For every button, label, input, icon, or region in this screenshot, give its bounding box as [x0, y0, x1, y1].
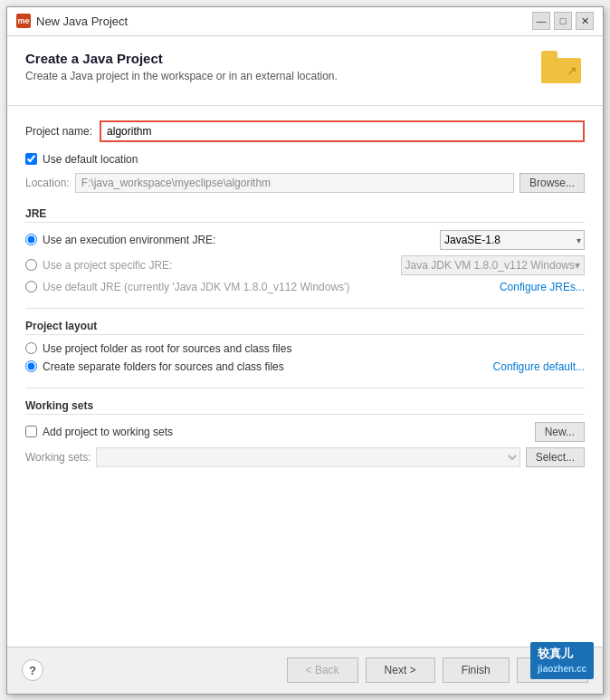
project-name-input[interactable]: [100, 120, 585, 142]
app-icon: me: [16, 14, 31, 28]
next-button[interactable]: Next >: [366, 657, 435, 683]
layout-option2-row: Create separate folders for sources and …: [25, 360, 585, 373]
jre-env-radio[interactable]: [25, 234, 37, 245]
add-to-working-sets-label[interactable]: Add project to working sets: [43, 426, 173, 438]
working-sets-input-row: Working sets: Select...: [25, 447, 585, 467]
jre-option2-row: Use a project specific JRE: Java JDK VM …: [25, 255, 585, 275]
back-button[interactable]: < Back: [287, 657, 358, 683]
add-to-working-sets-row: Add project to working sets New...: [25, 422, 585, 442]
configure-default-link[interactable]: Configure default...: [493, 360, 585, 373]
location-label: Location:: [25, 177, 70, 189]
configure-jres-link[interactable]: Configure JREs...: [500, 281, 585, 293]
project-name-label: Project name:: [25, 125, 92, 138]
jre-env-select[interactable]: JavaSE-1.8: [440, 230, 585, 250]
jre-specific-value: Java JDK VM 1.8.0_v112 Windows ▾: [401, 255, 585, 275]
header-icon: ↗: [541, 51, 585, 94]
jre-section: JRE Use an execution environment JRE: Ja…: [25, 207, 585, 293]
working-sets-title: Working sets: [25, 399, 585, 415]
chevron-down-icon: ▾: [575, 259, 580, 272]
footer-buttons: < Back Next > Finish Cancel: [287, 657, 588, 683]
layout-option1-row: Use project folder as root for sources a…: [25, 342, 585, 355]
browse-button[interactable]: Browse...: [519, 173, 585, 193]
jre-default-radio[interactable]: [25, 281, 37, 292]
project-name-row: Project name:: [25, 120, 585, 142]
add-to-working-sets-checkbox[interactable]: [25, 426, 37, 437]
jre-env-select-wrapper[interactable]: JavaSE-1.8 ▾: [440, 230, 585, 250]
close-button[interactable]: ✕: [576, 12, 594, 30]
title-bar: me New Java Project — □ ✕: [7, 7, 603, 36]
jre-option3-row: Use default JRE (currently 'Java JDK VM …: [25, 281, 585, 293]
select-working-set-button[interactable]: Select...: [526, 447, 585, 467]
dialog-subtitle: Create a Java project in the workspace o…: [25, 70, 338, 82]
dialog-footer: ? < Back Next > Finish Cancel: [7, 647, 603, 694]
new-working-set-button[interactable]: New...: [535, 422, 585, 442]
jre-specific-radio[interactable]: [25, 259, 37, 271]
jre-env-label[interactable]: Use an execution environment JRE:: [43, 234, 440, 246]
window-title: New Java Project: [36, 14, 128, 28]
use-default-location-label[interactable]: Use default location: [43, 153, 138, 166]
content-area: Project name: Use default location Locat…: [7, 106, 603, 647]
working-sets-section: Working sets Add project to working sets…: [25, 399, 585, 467]
layout-separate-label[interactable]: Create separate folders for sources and …: [43, 360, 479, 373]
layout-folder-radio[interactable]: [25, 342, 37, 354]
finish-button[interactable]: Finish: [443, 657, 510, 683]
project-layout-section: Project layout Use project folder as roo…: [25, 320, 585, 373]
working-sets-select[interactable]: [96, 447, 519, 467]
jre-section-title: JRE: [25, 207, 585, 223]
jre-default-label[interactable]: Use default JRE (currently 'Java JDK VM …: [43, 281, 485, 293]
minimize-button[interactable]: —: [532, 12, 550, 30]
layout-folder-label[interactable]: Use project folder as root for sources a…: [43, 342, 585, 355]
dialog-header: Create a Java Project Create a Java proj…: [7, 36, 603, 106]
maximize-button[interactable]: □: [554, 12, 572, 30]
jre-option1-row: Use an execution environment JRE: JavaSE…: [25, 230, 585, 250]
use-default-location-checkbox[interactable]: [25, 153, 37, 165]
layout-separate-radio[interactable]: [25, 360, 37, 372]
dialog-title: Create a Java Project: [25, 51, 338, 66]
location-input[interactable]: [75, 173, 514, 193]
cancel-button[interactable]: Cancel: [517, 657, 588, 683]
project-layout-title: Project layout: [25, 320, 585, 335]
default-location-row: Use default location: [25, 153, 585, 166]
help-button[interactable]: ?: [22, 659, 43, 681]
location-row: Location: Browse...: [25, 173, 585, 193]
working-sets-label: Working sets:: [25, 451, 91, 464]
jre-specific-label[interactable]: Use a project specific JRE:: [43, 259, 401, 272]
window-controls: — □ ✕: [532, 12, 594, 30]
